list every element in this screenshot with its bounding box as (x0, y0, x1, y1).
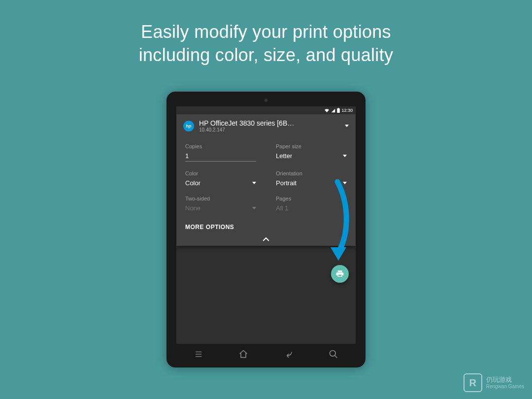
option-pages[interactable]: Pages All 1 (276, 196, 347, 212)
hp-logo-icon: hp (183, 121, 194, 132)
tablet-screen: 12:30 hp HP OfficeJet 3830 series [6B… 1… (176, 106, 356, 344)
chevron-down-icon (252, 182, 256, 184)
svg-rect-1 (338, 108, 339, 108)
option-two-sided[interactable]: Two-sided None (185, 196, 256, 212)
collapse-panel-button[interactable] (176, 235, 356, 246)
option-paper-size[interactable]: Paper size Letter (276, 143, 347, 162)
nav-search-icon[interactable] (329, 349, 338, 359)
battery-icon (337, 108, 340, 113)
color-value: Color (185, 179, 200, 187)
paper-size-value: Letter (276, 152, 292, 160)
chevron-down-icon (345, 125, 349, 127)
promo-headline: Easily modify your print options includi… (0, 0, 532, 67)
two-sided-value: None (185, 204, 200, 212)
two-sided-label: Two-sided (185, 196, 256, 201)
printer-selector[interactable]: hp HP OfficeJet 3830 series [6B… 10.40.2… (176, 114, 356, 137)
tablet-camera (265, 99, 268, 102)
headline-line1: Easily modify your print options (141, 22, 391, 42)
document-photo-preview (226, 258, 306, 302)
android-nav-bar (176, 346, 356, 363)
chevron-down-icon (343, 182, 347, 184)
orientation-value: Portrait (276, 179, 297, 187)
option-copies: Copies (185, 143, 256, 162)
svg-point-5 (330, 351, 336, 357)
paper-size-label: Paper size (276, 143, 347, 149)
wifi-icon (324, 108, 330, 113)
nav-back-icon[interactable] (283, 350, 294, 359)
watermark-logo-icon: R (464, 373, 482, 392)
copies-input[interactable] (185, 152, 256, 162)
watermark-subtitle: Rengwan Games (486, 384, 524, 390)
chevron-up-icon (263, 237, 269, 241)
nav-menu-icon[interactable] (194, 350, 203, 358)
printer-icon (335, 269, 344, 278)
copies-label: Copies (185, 143, 256, 149)
headline-line2: including color, size, and quality (139, 45, 394, 65)
print-options-panel: hp HP OfficeJet 3830 series [6B… 10.40.2… (176, 114, 356, 246)
option-color[interactable]: Color Color (185, 170, 256, 187)
chevron-down-icon (252, 207, 256, 209)
tablet-frame: 12:30 hp HP OfficeJet 3830 series [6B… 1… (166, 92, 366, 367)
more-options-button[interactable]: MORE OPTIONS (176, 216, 356, 235)
chevron-down-icon (343, 155, 347, 157)
color-label: Color (185, 170, 256, 176)
signal-icon (331, 108, 335, 113)
watermark-title: 仍玩游戏 (486, 376, 524, 384)
android-status-bar: 12:30 (176, 106, 356, 114)
document-page-frame (219, 267, 313, 325)
nav-home-icon[interactable] (238, 349, 249, 359)
print-fab-button[interactable] (331, 265, 349, 283)
watermark: R 仍玩游戏 Rengwan Games (464, 373, 524, 392)
status-time: 12:30 (341, 108, 353, 113)
printer-ip: 10.40.2.147 (199, 127, 340, 133)
option-orientation[interactable]: Orientation Portrait (276, 170, 347, 187)
pages-value: All 1 (276, 204, 288, 212)
orientation-label: Orientation (276, 170, 347, 176)
printer-name: HP OfficeJet 3830 series [6B… (199, 119, 340, 127)
svg-rect-0 (337, 108, 340, 113)
pages-label: Pages (276, 196, 347, 201)
svg-line-6 (335, 356, 337, 358)
